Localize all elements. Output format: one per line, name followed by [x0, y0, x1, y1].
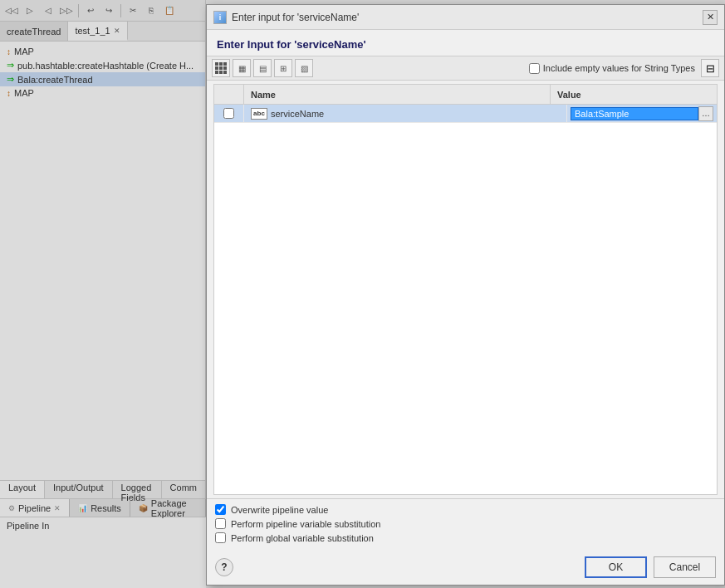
th-value-text: Value [557, 90, 581, 100]
checkbox-row-pipeline-var: Perform pipeline variable substitution [215, 518, 716, 529]
th-name-text: Name [251, 90, 276, 100]
field-type-icon: abc [251, 108, 267, 120]
include-empty-checkbox[interactable] [529, 63, 540, 74]
dialog-icon-text: i [219, 13, 222, 22]
dialog-footer: Overwrite pipeline value Perform pipelin… [207, 498, 724, 551]
th-checkbox [214, 85, 244, 104]
dtoolbar-layout-btn[interactable]: ⊟ [701, 59, 719, 77]
dialog-heading: Enter Input for 'serviceName' [207, 30, 724, 56]
table-header: Name Value [214, 85, 717, 105]
checkbox-row-global-var: Perform global variable substitution [215, 532, 716, 543]
overwrite-checkbox[interactable] [215, 504, 226, 515]
checkbox-row-overwrite: Overwrite pipeline value [215, 504, 716, 515]
dialog-title-text: Enter input for 'serviceName' [232, 12, 359, 23]
dtoolbar-btn-grid2[interactable]: ▦ [233, 59, 251, 77]
ok-button[interactable]: OK [585, 556, 647, 578]
global-var-label: Perform global variable substitution [231, 533, 374, 543]
dialog-enter-input: i Enter input for 'serviceName' ✕ Enter … [206, 4, 725, 586]
global-var-checkbox[interactable] [215, 532, 226, 543]
cancel-button[interactable]: Cancel [654, 556, 716, 578]
help-button[interactable]: ? [215, 558, 233, 576]
value-ellipsis-button[interactable]: … [698, 106, 713, 121]
pipeline-var-label: Perform pipeline variable substitution [231, 519, 380, 529]
dialog-toolbar: ▦ ▤ ⊞ ▧ Include empty values for String … [207, 56, 724, 81]
overwrite-label: Overwrite pipeline value [231, 505, 328, 515]
value-display[interactable]: Bala:tSample [571, 107, 698, 120]
include-empty-label: Include empty values for String Types [543, 63, 695, 73]
td-value-1[interactable]: Bala:tSample … [567, 105, 717, 122]
dialog-icon: i [213, 11, 227, 24]
table-body: abc serviceName Bala:tSample … [214, 105, 717, 494]
td-name-1: abc serviceName [244, 105, 567, 122]
th-name: Name [244, 85, 551, 104]
dtoolbar-btn-grid3[interactable]: ▤ [253, 59, 272, 77]
dialog-close-button[interactable]: ✕ [703, 10, 718, 25]
dialog-titlebar: i Enter input for 'serviceName' ✕ [207, 5, 724, 30]
td-name-text: serviceName [271, 109, 324, 119]
table-row[interactable]: abc serviceName Bala:tSample … [214, 105, 717, 123]
include-empty-checkbox-container: Include empty values for String Types [529, 63, 695, 74]
th-value: Value [551, 85, 717, 104]
dialog-buttons: ? OK Cancel [207, 551, 724, 585]
dtoolbar-btn-grid1[interactable] [212, 59, 230, 77]
dtoolbar-btn-grid4[interactable]: ⊞ [274, 59, 292, 77]
td-checkbox-1 [214, 105, 244, 122]
pipeline-var-checkbox[interactable] [215, 518, 226, 529]
dialog-title-left: i Enter input for 'serviceName' [213, 11, 359, 24]
ide-background: ◁◁ ▷ ◁ ▷▷ ↩ ↪ ✂ ⎘ 📋 createThread test_1_… [0, 0, 725, 588]
dtoolbar-btn-grid5[interactable]: ▧ [295, 59, 313, 77]
row-checkbox-1[interactable] [223, 108, 234, 119]
dialog-table: Name Value abc serviceName Bala:tSam [213, 84, 718, 495]
